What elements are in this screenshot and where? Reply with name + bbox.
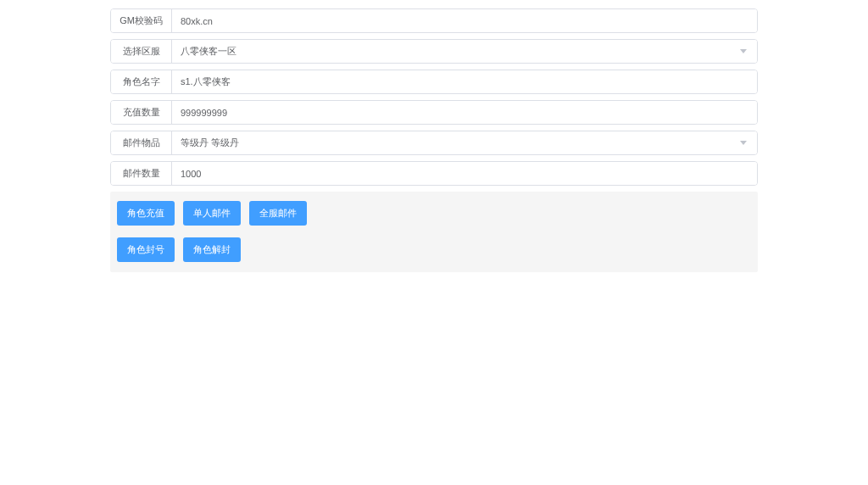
- role-ban-button[interactable]: 角色封号: [117, 237, 175, 262]
- role-name-input[interactable]: [172, 70, 757, 93]
- recharge-amount-row: 充值数量: [110, 100, 758, 125]
- button-row-1: 角色充值 单人邮件 全服邮件: [117, 201, 751, 226]
- chevron-down-icon: [740, 49, 747, 53]
- recharge-amount-label: 充值数量: [111, 101, 172, 124]
- gm-code-row: GM校验码: [110, 8, 758, 33]
- mail-item-select[interactable]: 等级丹 等级丹: [172, 131, 757, 154]
- chevron-down-icon: [740, 141, 747, 145]
- mail-quantity-input[interactable]: [172, 162, 757, 185]
- gm-code-input[interactable]: [172, 9, 757, 32]
- server-row: 选择区服 八零侠客一区: [110, 39, 758, 64]
- server-mail-button[interactable]: 全服邮件: [249, 201, 307, 226]
- gm-code-label: GM校验码: [111, 9, 172, 32]
- role-name-row: 角色名字: [110, 70, 758, 94]
- mail-item-row: 邮件物品 等级丹 等级丹: [110, 131, 758, 155]
- role-recharge-button[interactable]: 角色充值: [117, 201, 175, 226]
- mail-item-select-value: 等级丹 等级丹: [181, 137, 239, 149]
- mail-quantity-row: 邮件数量: [110, 161, 758, 186]
- server-label: 选择区服: [111, 40, 172, 63]
- role-name-label: 角色名字: [111, 70, 172, 93]
- server-select-value: 八零侠客一区: [181, 45, 236, 58]
- role-unban-button[interactable]: 角色解封: [183, 237, 241, 262]
- recharge-amount-input[interactable]: [172, 101, 757, 124]
- admin-form-container: GM校验码 选择区服 八零侠客一区 角色名字 充值数量 邮件物品 等级丹 等级丹…: [110, 0, 758, 272]
- single-mail-button[interactable]: 单人邮件: [183, 201, 241, 226]
- server-select[interactable]: 八零侠客一区: [172, 40, 757, 63]
- button-row-2: 角色封号 角色解封: [117, 237, 751, 262]
- button-panel: 角色充值 单人邮件 全服邮件 角色封号 角色解封: [110, 192, 758, 272]
- mail-item-label: 邮件物品: [111, 131, 172, 154]
- mail-quantity-label: 邮件数量: [111, 162, 172, 185]
